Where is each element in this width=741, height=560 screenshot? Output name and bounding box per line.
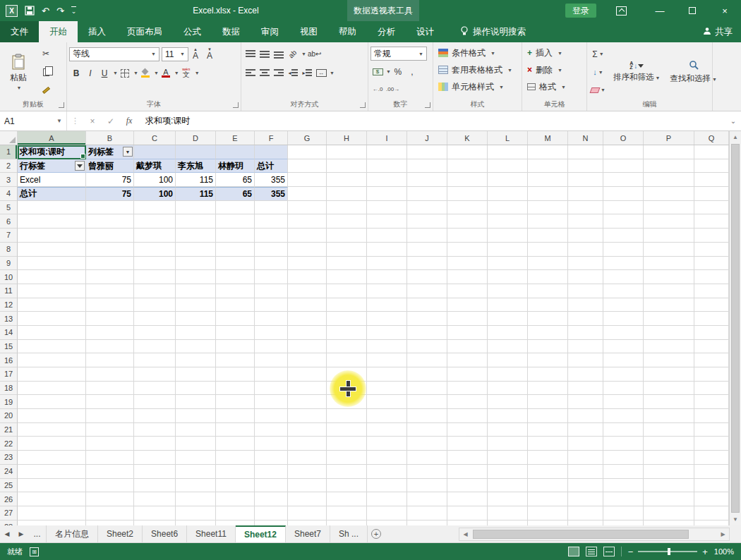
- paste-button[interactable]: 粘贴 ▼: [2, 44, 35, 99]
- autosum-button[interactable]: Σ▼: [589, 47, 607, 61]
- cell-G5[interactable]: [288, 201, 327, 215]
- cell-G23[interactable]: [288, 451, 327, 465]
- cell-C6[interactable]: [134, 214, 176, 229]
- cell-E15[interactable]: [216, 340, 255, 354]
- cell-E2[interactable]: 林静玥: [216, 159, 255, 174]
- cell-N26[interactable]: [568, 492, 603, 506]
- cell-J3[interactable]: [407, 173, 447, 187]
- cell-F19[interactable]: [255, 395, 288, 409]
- cell-E8[interactable]: [216, 243, 255, 257]
- scroll-right-icon[interactable]: ▶: [717, 528, 729, 540]
- cell-P27[interactable]: [644, 506, 694, 521]
- row-header-19[interactable]: 19: [0, 395, 18, 409]
- decrease-decimal-icon[interactable]: .00→: [385, 82, 401, 97]
- cell-N21[interactable]: [568, 423, 603, 437]
- cell-G3[interactable]: [288, 173, 327, 187]
- cell-I25[interactable]: [367, 479, 407, 493]
- cell-A23[interactable]: [18, 451, 86, 465]
- increase-indent-icon[interactable]: ▸: [300, 66, 314, 80]
- alignment-dialog-launcher[interactable]: [360, 102, 366, 108]
- cell-K6[interactable]: [447, 214, 488, 229]
- cell-G4[interactable]: [288, 187, 327, 201]
- cell-I24[interactable]: [367, 465, 407, 479]
- cell-E1[interactable]: [216, 145, 255, 159]
- cell-L25[interactable]: [488, 479, 528, 493]
- scroll-down-icon[interactable]: ▼: [730, 513, 741, 525]
- cell-F23[interactable]: [255, 451, 288, 465]
- cell-F15[interactable]: [255, 340, 288, 354]
- cell-B1[interactable]: 列标签▼: [86, 145, 134, 159]
- column-header-I[interactable]: I: [367, 131, 407, 145]
- cell-A16[interactable]: [18, 353, 86, 367]
- cell-O15[interactable]: [603, 340, 644, 354]
- cell-P3[interactable]: [644, 173, 694, 187]
- cell-K11[interactable]: [447, 284, 488, 298]
- column-header-L[interactable]: L: [488, 131, 528, 145]
- accessibility-icon[interactable]: ⊞: [30, 547, 39, 556]
- enter-icon[interactable]: ✓: [102, 111, 120, 130]
- cell-M22[interactable]: [528, 437, 568, 451]
- cell-I11[interactable]: [367, 284, 407, 298]
- cell-F8[interactable]: [255, 243, 288, 257]
- cell-N18[interactable]: [568, 382, 603, 396]
- cell-E23[interactable]: [216, 451, 255, 465]
- comma-style-icon[interactable]: ,: [405, 64, 419, 79]
- sheet-tab-truncated[interactable]: Sh ...: [330, 525, 368, 542]
- cell-D4[interactable]: 115: [176, 187, 216, 201]
- cell-G20[interactable]: [288, 409, 327, 423]
- cell-B17[interactable]: [86, 367, 134, 382]
- cell-G16[interactable]: [288, 353, 327, 367]
- cell-J20[interactable]: [407, 409, 447, 423]
- cell-A24[interactable]: [18, 465, 86, 479]
- cell-N2[interactable]: [568, 159, 603, 174]
- cell-O28[interactable]: [603, 521, 644, 525]
- sign-in-button[interactable]: 登录: [565, 4, 596, 18]
- cell-L15[interactable]: [488, 340, 528, 354]
- row-header-28[interactable]: 28: [0, 521, 18, 525]
- column-header-J[interactable]: J: [407, 131, 447, 145]
- cell-C11[interactable]: [134, 284, 176, 298]
- cell-K2[interactable]: [447, 159, 488, 174]
- cell-K20[interactable]: [447, 409, 488, 423]
- cell-G13[interactable]: [288, 312, 327, 326]
- cell-J18[interactable]: [407, 382, 447, 396]
- cell-P14[interactable]: [644, 326, 694, 340]
- cell-L2[interactable]: [488, 159, 528, 174]
- cell-H28[interactable]: [327, 521, 367, 525]
- cell-P26[interactable]: [644, 492, 694, 506]
- cell-L14[interactable]: [488, 326, 528, 340]
- cell-F11[interactable]: [255, 284, 288, 298]
- cell-M11[interactable]: [528, 284, 568, 298]
- cell-M5[interactable]: [528, 201, 568, 215]
- cell-F9[interactable]: [255, 257, 288, 271]
- cell-H24[interactable]: [327, 465, 367, 479]
- row-header-26[interactable]: 26: [0, 492, 18, 506]
- cell-Q5[interactable]: [694, 201, 729, 215]
- cell-B12[interactable]: [86, 298, 134, 312]
- row-header-25[interactable]: 25: [0, 479, 18, 493]
- cell-H16[interactable]: [327, 353, 367, 367]
- cell-K28[interactable]: [447, 521, 488, 525]
- cell-A1[interactable]: 求和项:课时: [18, 145, 86, 159]
- currency-format-icon[interactable]: $: [370, 64, 385, 79]
- cell-F25[interactable]: [255, 479, 288, 493]
- excel-app-icon[interactable]: X: [6, 5, 18, 17]
- cell-M27[interactable]: [528, 506, 568, 521]
- cell-P13[interactable]: [644, 312, 694, 326]
- row-header-12[interactable]: 12: [0, 298, 18, 312]
- cell-E11[interactable]: [216, 284, 255, 298]
- cell-K21[interactable]: [447, 423, 488, 437]
- cell-L27[interactable]: [488, 506, 528, 521]
- cell-L10[interactable]: [488, 270, 528, 284]
- phonetic-dropdown-icon[interactable]: ▼: [195, 71, 200, 75]
- cell-H13[interactable]: [327, 312, 367, 326]
- cell-N3[interactable]: [568, 173, 603, 187]
- cell-H1[interactable]: [327, 145, 367, 159]
- cell-Q17[interactable]: [694, 367, 729, 382]
- cell-N13[interactable]: [568, 312, 603, 326]
- cell-G8[interactable]: [288, 243, 327, 257]
- cell-O13[interactable]: [603, 312, 644, 326]
- cell-H27[interactable]: [327, 506, 367, 521]
- cell-D13[interactable]: [176, 312, 216, 326]
- cell-O11[interactable]: [603, 284, 644, 298]
